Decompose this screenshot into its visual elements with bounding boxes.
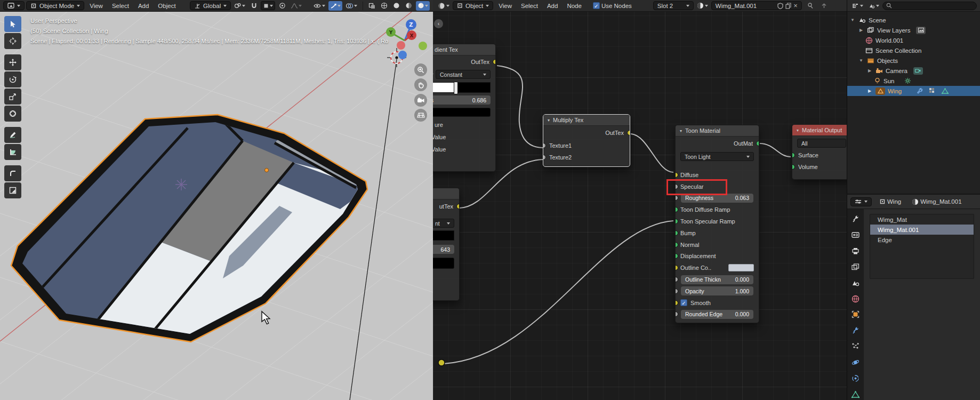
scale-tool[interactable] [4,89,21,105]
output-input-surface[interactable]: Surface [792,149,847,161]
multiply-tex-node[interactable]: ▾Multiply Tex OutTex Texture1 Texture2 [543,114,630,167]
rounded-edge-slider[interactable]: Rounded Edge0.000 [681,310,753,319]
breadcrumb-material-label[interactable]: Wimg_Mat.001 [920,198,961,205]
outline-color-swatch[interactable] [728,264,754,271]
outline-color-socket[interactable] [675,265,678,270]
node-menu-select[interactable]: Select [517,3,542,9]
tab-world[interactable] [849,293,863,305]
outliner-editor-dropdown[interactable] [850,1,865,11]
overlays-dropdown[interactable] [344,1,359,11]
object-visibility-dropdown[interactable] [312,1,327,11]
normal-socket[interactable] [675,242,678,247]
disclosure-triangle[interactable]: ▶ [858,28,864,33]
snap-target-dropdown[interactable] [261,1,275,10]
3d-viewport[interactable]: Z Y X Object Mode View Select Add Object… [0,0,433,400]
zoom-view-button[interactable] [414,63,427,76]
shading-wireframe-button[interactable] [379,1,390,11]
gradient2-outtex-socket[interactable] [456,204,460,209]
pivot-point-dropdown[interactable] [232,1,247,11]
tab-scene[interactable] [849,277,863,289]
toon-input-outline-thickness[interactable]: Outline Thickn0.000 [676,274,759,285]
material-output-node[interactable]: ▾Material Output All Surface Volume [792,124,847,180]
pin-icon[interactable] [807,2,814,9]
camera-view-button[interactable] [414,94,427,107]
toon-input-rounded-edge[interactable]: Rounded Edge0.000 [676,309,759,321]
tab-render[interactable] [849,229,863,241]
disclosure-triangle[interactable]: ▼ [858,58,864,63]
use-nodes-checkbox[interactable]: ✓ [593,2,600,9]
measure-tool[interactable] [4,144,21,160]
cursor-tool[interactable] [4,33,21,49]
outliner-row-scene[interactable]: ▼ Scene [847,15,980,25]
properties-editor-dropdown[interactable] [850,197,872,206]
multiply-input-texture1[interactable]: Texture1 [543,140,630,151]
tab-constraints[interactable] [849,373,863,384]
disclosure-triangle[interactable]: ▼ [849,18,856,22]
material-slot-wimg-mat[interactable]: Wimg_Mat [870,214,974,225]
region-toggle-button[interactable]: ‹ [434,19,443,28]
material-slot-wimg-mat-001[interactable]: Wimg_Mat.001 [870,225,974,235]
toon-input-toon-specular-ramp[interactable]: Toon Specular Ramp [676,215,759,227]
tab-object[interactable] [849,309,863,321]
rounded-edge-socket[interactable] [675,311,678,317]
shading-solid-button[interactable] [391,1,402,11]
disclosure-triangle[interactable]: ▶ [866,68,873,73]
shader-node-editor[interactable]: Object View Select Add Node ✓ Use Nodes … [433,0,847,400]
ramp-pos-slider[interactable]: Pos 0.686 [433,95,491,105]
toon-input-displacement[interactable]: Displacement [676,251,759,262]
menu-add[interactable]: Add [134,3,152,9]
tab-modifiers[interactable] [849,325,863,336]
ramp-bar-2[interactable] [433,230,454,241]
ramp-handle[interactable] [454,82,458,94]
menu-view[interactable]: View [86,3,107,9]
outliner-row-view-layers[interactable]: ▶ View Layers [847,25,980,35]
tab-particles[interactable] [849,341,863,352]
diffuse-socket[interactable] [675,172,678,178]
material-slot-list[interactable]: Wimg_Mat Wimg_Mat.001 Edge [870,214,974,279]
gradient-tex-node[interactable]: ▾dient Tex OutTex Constant Pos 0.686 ure… [433,44,496,172]
gradient-input-texture[interactable]: ure [433,118,495,131]
outliner-row-objects-collection[interactable]: ▼ Objects [847,55,980,66]
outliner-row-camera[interactable]: ▶ Camera [847,66,980,76]
unlink-icon[interactable]: × [793,3,798,9]
outline-thickness-slider[interactable]: Outline Thickn0.000 [681,275,753,284]
shader-context-dropdown[interactable]: Object [453,1,493,10]
snap-toggle[interactable] [248,1,259,11]
color-field-2[interactable] [433,258,454,269]
toon-input-bump[interactable]: Bump [676,227,759,239]
toon-input-toon-diffuse-ramp[interactable]: Toon Diffuse Ramp [676,204,759,215]
menu-select[interactable]: Select [108,3,133,9]
toon-input-normal[interactable]: Normal [676,239,759,251]
material-name-field[interactable]: Wimg_Mat.001 × [711,1,802,10]
pan-view-button[interactable] [414,78,427,91]
surface-socket[interactable] [792,153,795,158]
material-slot-edge[interactable]: Edge [870,235,974,245]
disclosure-triangle[interactable]: ▶ [866,89,873,93]
displacement-socket[interactable] [675,253,678,259]
opacity-socket[interactable] [675,289,678,294]
breadcrumb-object-label[interactable]: Wing [887,198,901,205]
toon-material-node[interactable]: ▾Toon Material OutMat Toon Light Diffuse… [675,125,759,323]
outliner[interactable]: ▼ Scene ▶ View Layers World.001 Scene Co… [847,0,980,194]
parent-node-tree-icon[interactable] [821,2,828,9]
gradient-tex-node-2[interactable]: utTex nt 643 [433,188,460,301]
color-ramp[interactable] [433,82,491,93]
toon-light-dropdown[interactable]: Toon Light [680,152,754,161]
tab-object-data[interactable] [849,389,863,400]
transform-orientation-dropdown[interactable]: Global [190,1,231,10]
gradient-output-row[interactable]: OutTex [433,55,495,68]
output-target-dropdown[interactable]: All [797,139,846,148]
material-browse-dropdown[interactable] [695,1,710,11]
smooth-checkbox[interactable]: ✓ [680,299,687,306]
opacity-slider[interactable]: Opacity1.000 [681,286,753,295]
node-menu-node[interactable]: Node [563,3,585,9]
toon-diffuse-ramp-socket[interactable] [675,207,678,212]
proportional-editing-toggle[interactable] [277,1,287,11]
wing-object[interactable] [11,115,367,342]
multiply-outtex-socket[interactable] [627,130,630,135]
output-input-volume[interactable]: Volume [792,161,847,173]
gradient2-output-row[interactable]: utTex [433,199,459,213]
fake-user-shield-icon[interactable] [777,3,783,9]
tab-tool[interactable] [849,213,863,225]
outmat-socket[interactable] [756,141,759,146]
